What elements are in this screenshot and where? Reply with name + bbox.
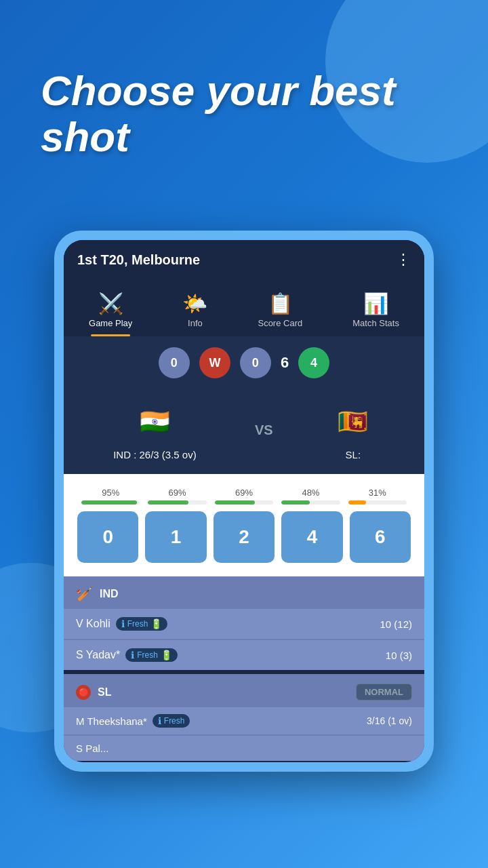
theekshana-fresh-badge: ℹ Fresh	[152, 714, 190, 728]
hero-title: Choose your best shot	[41, 68, 447, 160]
hero-line1: Choose your best	[41, 67, 396, 114]
sl-team-header: 🔴 SL NORMAL	[64, 674, 424, 707]
battery-icon: 🔋	[150, 618, 162, 629]
yadav-score: 10 (3)	[386, 650, 412, 661]
shot-selection: 95% 69% 69%	[64, 474, 424, 576]
matchstats-icon: 📊	[363, 292, 388, 315]
shot-col-0: 95%	[77, 488, 144, 505]
ball-0: 0	[159, 347, 190, 378]
shot-percentages: 95% 69% 69%	[77, 488, 411, 505]
shot-col-1: 69%	[144, 488, 210, 505]
sl-flag-small: 🔴	[76, 685, 91, 700]
yadav-fresh-badge: ℹ Fresh 🔋	[125, 648, 178, 662]
pct-0: 95%	[102, 488, 119, 498]
sl-score: SL:	[346, 449, 361, 460]
ball-4: 4	[298, 347, 329, 378]
ind-score: IND : 26/3 (3.5 ov)	[113, 449, 197, 460]
scorecard-label: Score Card	[258, 318, 302, 328]
info-circle-icon-3: ℹ	[158, 715, 161, 726]
shot-button-2[interactable]: 2	[214, 511, 274, 563]
pct-1: 69%	[169, 488, 186, 498]
ind-team-header: 🏏 IND	[64, 576, 424, 609]
player-kohli-name: V Kohli	[76, 618, 110, 630]
shot-buttons: 0 1 2 4 6	[77, 511, 411, 563]
shot-col-2: 69%	[211, 488, 277, 505]
tab-gameplay[interactable]: ⚔️ Game Play	[78, 286, 143, 336]
phone-screen: 1st T20, Melbourne ⋮ ⚔️ Game Play 🌤️ Inf…	[64, 240, 424, 762]
more-button[interactable]: ⋮	[396, 251, 411, 269]
player-row-yadav: S Yadav* ℹ Fresh 🔋 10 (3)	[64, 640, 424, 670]
bar-1	[148, 500, 206, 505]
normal-badge: NORMAL	[356, 684, 412, 701]
hero-line2: shot	[41, 113, 129, 160]
battery-icon-2: 🔋	[161, 650, 172, 660]
bowler-theekshana-left: M Theekshana* ℹ Fresh	[76, 714, 190, 728]
sl-flag: 🇱🇰	[331, 400, 375, 443]
ind-players-section: 🏏 IND V Kohli ℹ Fresh 🔋 10 (12) S Yadav*	[64, 576, 424, 670]
bar-0	[81, 500, 140, 505]
gameplay-icon: ⚔️	[98, 292, 123, 315]
tab-scorecard[interactable]: 📋 Score Card	[247, 286, 313, 336]
info-circle-icon: ℹ	[121, 618, 125, 629]
bar-6	[348, 500, 407, 505]
ind-team-name: IND	[100, 588, 119, 600]
bowler-theekshana-name: M Theekshana*	[76, 715, 147, 727]
bowler-pal-name: S Pal...	[76, 743, 108, 754]
ind-flag: 🇮🇳	[133, 400, 176, 443]
pct-4: 48%	[302, 488, 319, 498]
shot-col-4: 48%	[277, 488, 344, 505]
bowler-row-theekshana: M Theekshana* ℹ Fresh 3/16 (1 ov)	[64, 707, 424, 734]
kohli-score: 10 (12)	[380, 618, 412, 630]
info-label: Info	[188, 318, 203, 328]
pct-6: 31%	[369, 488, 386, 498]
info-icon: 🌤️	[182, 292, 207, 315]
vs-text: VS	[255, 422, 273, 438]
bar-4	[281, 500, 340, 505]
match-header: 1st T20, Melbourne ⋮	[64, 240, 424, 279]
teams-section: 🇮🇳 IND : 26/3 (3.5 ov) VS 🇱🇰 SL:	[64, 389, 424, 474]
sl-team-name: SL	[98, 686, 111, 698]
player-kohli-left: V Kohli ℹ Fresh 🔋	[76, 617, 167, 631]
bar-2	[215, 500, 273, 505]
kohli-fresh-badge: ℹ Fresh 🔋	[116, 617, 168, 631]
team-sl: 🇱🇰 SL:	[331, 400, 375, 460]
hero-section: Choose your best shot	[41, 68, 447, 160]
score-balls: 0 W 0 6 4	[64, 336, 424, 389]
phone-mockup: 1st T20, Melbourne ⋮ ⚔️ Game Play 🌤️ Inf…	[54, 231, 434, 772]
ball-w: W	[199, 347, 230, 378]
shot-button-6[interactable]: 6	[350, 511, 411, 563]
info-circle-icon-2: ℹ	[131, 650, 134, 660]
sl-left: 🔴 SL	[76, 685, 111, 700]
team-ind: 🇮🇳 IND : 26/3 (3.5 ov)	[113, 400, 197, 460]
shot-button-1[interactable]: 1	[145, 511, 206, 563]
tab-info[interactable]: 🌤️ Info	[171, 286, 218, 336]
player-yadav-name: S Yadav*	[76, 649, 120, 661]
sl-section: 🔴 SL NORMAL M Theekshana* ℹ Fresh 3/16 (…	[64, 674, 424, 761]
bowler-row-pal: S Pal...	[64, 736, 424, 761]
gameplay-label: Game Play	[89, 318, 132, 328]
pct-2: 69%	[235, 488, 253, 498]
shot-button-0[interactable]: 0	[77, 511, 138, 563]
match-title: 1st T20, Melbourne	[77, 252, 200, 268]
theekshana-fresh-text: Fresh	[164, 716, 185, 726]
player-yadav-left: S Yadav* ℹ Fresh 🔋	[76, 648, 178, 662]
ball-6: 6	[281, 354, 289, 372]
nav-tabs: ⚔️ Game Play 🌤️ Info 📋 Score Card 📊 Matc…	[64, 279, 424, 336]
shot-col-6: 31%	[344, 488, 411, 505]
bowler-pal-left: S Pal...	[76, 743, 108, 754]
shot-button-4[interactable]: 4	[281, 511, 342, 563]
yadav-fresh-text: Fresh	[137, 650, 158, 660]
kohli-fresh-text: Fresh	[127, 619, 148, 629]
player-row-kohli: V Kohli ℹ Fresh 🔋 10 (12)	[64, 609, 424, 639]
ball-0-2: 0	[240, 347, 271, 378]
tab-matchstats[interactable]: 📊 Match Stats	[342, 286, 410, 336]
scorecard-icon: 📋	[268, 292, 293, 315]
matchstats-label: Match Stats	[352, 318, 399, 328]
bat-icon: 🏏	[76, 586, 93, 602]
theekshana-stats: 3/16 (1 ov)	[367, 715, 412, 726]
